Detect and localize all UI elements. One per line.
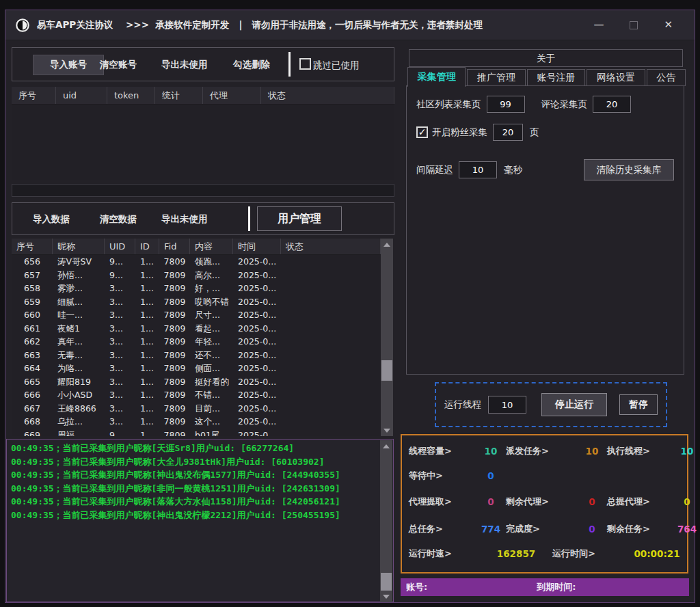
cell-time: 2025-0... xyxy=(233,295,281,309)
cell-content: 这个... xyxy=(190,415,233,429)
cell-fid: 7809 xyxy=(159,388,190,402)
table-row[interactable]: 660 哇一... 3... 1... 7809 尺寸... 2025-0... xyxy=(12,308,381,322)
log-entry: 00:49:35；当前已采集到用户昵称[神出鬼没布偶1577]用户uid: [2… xyxy=(11,468,377,482)
cell-fid: 7809 xyxy=(159,402,190,416)
stat-value: 0 xyxy=(476,496,506,507)
cell-status xyxy=(281,308,381,322)
app-window: 易车APP关注协议 >>> 承接软件定制开发 | 请勿用于非法用途，一切后果与作… xyxy=(5,10,695,603)
maximize-icon[interactable] xyxy=(630,21,638,29)
threads-input[interactable] xyxy=(488,396,526,414)
scroll-up-icon[interactable] xyxy=(380,440,392,452)
cell-uid: 9 xyxy=(105,429,135,437)
runner-controls: 运行线程 停止运行 暂停 xyxy=(435,382,667,427)
tab-network-settings[interactable]: 网络设置 xyxy=(587,69,645,86)
table-row[interactable]: 659 细腻... 3... 1... 7809 哎哟不错 2025-0... xyxy=(12,295,381,309)
import-accounts-button[interactable]: 导入账号 xyxy=(33,55,104,75)
log-entry: 00:49:35；当前已采集到用户昵称[神出鬼没柠檬2212]用户uid: [2… xyxy=(11,509,377,522)
scroll-up-icon[interactable] xyxy=(381,239,393,250)
accounts-header-cell: 序号 xyxy=(12,87,56,104)
cell-status xyxy=(281,402,381,416)
cell-id: 1... xyxy=(135,402,159,416)
cell-id: 1... xyxy=(135,295,159,309)
cell-status xyxy=(281,322,381,336)
tab-collect-mgmt[interactable]: 采集管理 xyxy=(407,67,466,87)
table-row[interactable]: 661 夜鳍1 3... 1... 7809 看起... 2025-0... xyxy=(12,322,381,336)
cell-fid: 7809 xyxy=(159,362,190,375)
cell-seq: 657 xyxy=(12,269,53,282)
scroll-down-icon[interactable] xyxy=(381,424,393,436)
delete-checked-button[interactable]: 勾选删除 xyxy=(233,59,270,71)
cell-nick: 夜鳍1 xyxy=(53,322,105,336)
table-row[interactable]: 663 无毒... 3... 1... 7809 还不... 2025-0... xyxy=(12,349,381,362)
title-bar[interactable]: 易车APP关注协议 >>> 承接软件定制开发 | 请勿用于非法用途，一切后果与作… xyxy=(5,10,695,40)
tab-promo-mgmt[interactable]: 推广管理 xyxy=(467,69,525,86)
cell-content: 看起... xyxy=(190,322,233,336)
community-pages-input[interactable] xyxy=(487,96,525,113)
table-row[interactable]: 664 为咯... 3... 1... 7809 侧面... 2025-0... xyxy=(12,362,381,375)
skip-used-checkbox[interactable] xyxy=(299,58,311,70)
comment-pages-input[interactable] xyxy=(593,96,631,113)
clear-accounts-button[interactable]: 清空账号 xyxy=(100,59,137,71)
users-table-scrollbar[interactable] xyxy=(381,239,393,436)
stats-row: 等待中> 0 xyxy=(409,468,680,483)
scrollbar-thumb[interactable] xyxy=(381,573,392,592)
table-row[interactable]: 669 周福 9 1 7809 b01尾 2025-0 xyxy=(12,429,381,437)
stat-label: 总提代理> xyxy=(607,496,673,508)
accounts-header-cell: uid xyxy=(56,87,107,104)
table-row[interactable]: 657 孙悟... 9... 1... 7809 高尔... 2025-0... xyxy=(12,269,381,282)
cell-uid: 3... xyxy=(105,282,135,295)
cell-id: 1... xyxy=(135,335,159,349)
stat-value: 0 xyxy=(476,470,506,481)
cell-nick: 涛V哥SV xyxy=(53,255,105,269)
tab-announcement[interactable]: 公告 xyxy=(647,69,686,86)
cell-id: 1... xyxy=(135,282,159,295)
table-row[interactable]: 658 雾渺... 3... 1... 7809 好，... 2025-0... xyxy=(12,282,381,295)
stat-value: 0 xyxy=(673,496,700,507)
window-controls: — ✕ xyxy=(593,20,685,30)
minimize-icon[interactable]: — xyxy=(593,20,604,30)
scrollbar-thumb[interactable] xyxy=(381,360,392,381)
log-scrollbar[interactable] xyxy=(380,440,392,602)
table-row[interactable]: 666 小小ASD 3... 1... 7809 不错... 2025-0... xyxy=(12,388,381,402)
table-row[interactable]: 656 涛V哥SV 9... 1... 7809 领跑... 2025-0... xyxy=(12,255,381,269)
cell-fid: 7809 xyxy=(159,335,190,349)
export-unused-accounts-button[interactable]: 导出未使用 xyxy=(161,59,208,71)
cell-status xyxy=(281,269,381,282)
cell-status xyxy=(281,375,381,389)
cell-seq: 656 xyxy=(12,255,53,269)
export-unused-data-button[interactable]: 导出未使用 xyxy=(161,213,208,226)
cell-seq: 667 xyxy=(12,402,53,416)
table-row[interactable]: 662 真年... 3... 1... 7809 年轻... 2025-0... xyxy=(12,335,381,349)
cell-nick: 真年... xyxy=(53,335,105,349)
fans-pages-input[interactable] xyxy=(493,124,523,141)
data-toolbar: 导入数据 清空数据 导出未使用 用户管理 xyxy=(12,202,394,235)
table-row[interactable]: 668 乌拉... 3... 1... 7809 这个... 2025-0... xyxy=(12,415,381,429)
scroll-down-icon[interactable] xyxy=(380,591,392,602)
cell-fid: 7809 xyxy=(159,269,190,282)
cell-time: 2025-0... xyxy=(233,402,281,416)
clear-history-button[interactable]: 清除历史采集库 xyxy=(584,159,674,180)
stat-value: 0 xyxy=(577,524,607,535)
clear-data-button[interactable]: 清空数据 xyxy=(100,213,137,226)
cell-fid: 7809 xyxy=(159,255,190,269)
cell-id: 1... xyxy=(135,269,159,282)
tab-account-reg[interactable]: 账号注册 xyxy=(527,69,585,86)
user-management-button[interactable]: 用户管理 xyxy=(257,206,342,231)
import-data-button[interactable]: 导入数据 xyxy=(33,213,70,226)
users-header-cell: 时间 xyxy=(233,239,281,254)
tab-about[interactable]: 关于 xyxy=(409,49,683,67)
table-row[interactable]: 665 耀阳819 3... 1... 7809 挺好看的 2025-0... xyxy=(12,375,381,389)
cell-time: 2025-0... xyxy=(233,282,281,295)
license-bar: 账号: 到期时间: xyxy=(401,578,689,596)
table-row[interactable]: 667 王峰8866 3... 1... 7809 目前... 2025-0..… xyxy=(12,402,381,416)
cell-status xyxy=(281,362,381,375)
users-header-cell: UID xyxy=(105,239,135,254)
pause-button[interactable]: 暂停 xyxy=(619,394,658,415)
stat-label: 剩余任务> xyxy=(607,523,673,535)
close-icon[interactable]: ✕ xyxy=(664,20,673,30)
fans-collect-checkbox[interactable]: ✓ xyxy=(416,126,428,138)
delay-input[interactable] xyxy=(459,161,497,178)
cell-nick: 耀阳819 xyxy=(53,375,105,389)
community-pages-label: 社区列表采集页 xyxy=(416,98,481,111)
stop-button[interactable]: 停止运行 xyxy=(541,393,607,416)
